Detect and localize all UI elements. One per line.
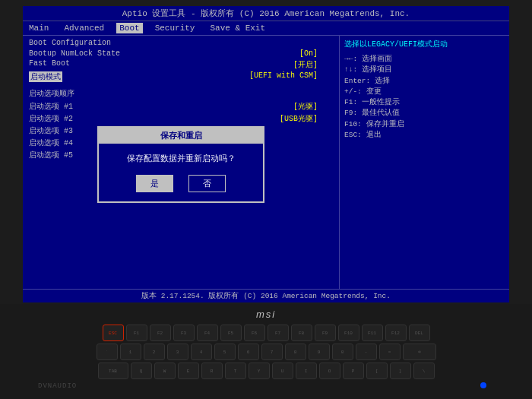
dvnaudio-label: DVNAUDIO	[38, 382, 77, 390]
key-f5[interactable]: F5	[220, 325, 242, 341]
bios-screen: Aptio 设置工具 - 版权所有 (C) 2016 American Mega…	[23, 6, 509, 302]
power-indicator	[480, 382, 486, 388]
dialog-overlay: 保存和重启 保存配置数据并重新启动吗？ 是 否	[23, 36, 339, 293]
key-w[interactable]: W	[154, 363, 176, 379]
key-del[interactable]: DEL	[409, 325, 430, 341]
help-text: →←: 选择画面 ↑↓: 选择项目 Enter: 选择 +/-: 变更 F1: …	[344, 54, 505, 141]
help-line-3: Enter: 选择	[344, 76, 505, 87]
key-backspace[interactable]: ⌫	[403, 344, 436, 360]
help-line-5: F1: 一般性提示	[344, 97, 505, 108]
help-line-4: +/-: 变更	[344, 87, 505, 97]
key-9[interactable]: 9	[309, 344, 330, 360]
menu-main[interactable]: Main	[26, 23, 52, 33]
key-f2[interactable]: F2	[150, 325, 171, 341]
key-5[interactable]: 5	[214, 344, 236, 360]
key-backslash[interactable]: \	[413, 363, 435, 379]
left-panel: Boot Configuration Bootup NumLock State …	[23, 36, 339, 293]
key-p[interactable]: P	[343, 363, 364, 379]
keyboard-row-3: TAB Q W E R T Y U I O P [ ] \	[98, 363, 435, 379]
dialog-body: 保存配置数据并重新启动吗？ 是 否	[99, 144, 263, 201]
dialog-buttons: 是 否	[111, 175, 251, 192]
key-minus[interactable]: -	[356, 344, 377, 360]
menu-security[interactable]: Security	[152, 23, 198, 33]
key-f11[interactable]: F11	[362, 325, 383, 341]
menu-save-exit[interactable]: Save & Exit	[207, 23, 268, 33]
menu-boot[interactable]: Boot	[116, 23, 142, 33]
key-0[interactable]: 0	[332, 344, 353, 360]
help-line-1: →←: 选择画面	[344, 54, 505, 65]
help-line-2: ↑↓: 选择项目	[344, 65, 505, 75]
key-f4[interactable]: F4	[197, 325, 218, 341]
key-8[interactable]: 8	[285, 344, 306, 360]
key-t[interactable]: T	[225, 363, 246, 379]
key-7[interactable]: 7	[261, 344, 283, 360]
key-4[interactable]: 4	[191, 344, 212, 360]
key-y[interactable]: Y	[249, 363, 270, 379]
key-q[interactable]: Q	[131, 363, 152, 379]
key-f6[interactable]: F6	[244, 325, 265, 341]
key-2[interactable]: 2	[144, 344, 165, 360]
dialog-no-button[interactable]: 否	[188, 175, 226, 192]
right-panel: 选择以LEGACY/UEFI模式启动 →←: 选择画面 ↑↓: 选择项目 Ent…	[339, 36, 509, 293]
right-panel-title: 选择以LEGACY/UEFI模式启动	[344, 39, 505, 49]
bios-title: Aptio 设置工具 - 版权所有 (C) 2016 American Mega…	[122, 9, 410, 18]
save-restart-dialog: 保存和重启 保存配置数据并重新启动吗？ 是 否	[97, 126, 264, 203]
key-f1[interactable]: F1	[126, 325, 147, 341]
keyboard-area: msi ESC F1 F2 F3 F4 F5 F6 F7 F8 F9 F10 F…	[0, 304, 532, 399]
help-line-6: F9: 最佳代认值	[344, 108, 505, 119]
key-backtick[interactable]: `	[97, 344, 118, 360]
key-e[interactable]: E	[178, 363, 199, 379]
laptop-frame: Aptio 设置工具 - 版权所有 (C) 2016 American Mega…	[0, 0, 532, 399]
dialog-message: 保存配置数据并重新启动吗？	[111, 153, 251, 164]
key-f7[interactable]: F7	[268, 325, 289, 341]
bios-footer-text: 版本 2.17.1254. 版权所有 (C) 2016 American Meg…	[141, 292, 391, 300]
keyboard-row-2: ` 1 2 3 4 5 6 7 8 9 0 - = ⌫	[97, 344, 436, 360]
key-3[interactable]: 3	[167, 344, 188, 360]
key-esc[interactable]: ESC	[103, 325, 124, 341]
key-rbracket[interactable]: ]	[390, 363, 411, 379]
key-o[interactable]: O	[319, 363, 340, 379]
key-f3[interactable]: F3	[173, 325, 195, 341]
key-lbracket[interactable]: [	[366, 363, 388, 379]
menu-advanced[interactable]: Advanced	[61, 23, 107, 33]
dialog-yes-button[interactable]: 是	[136, 175, 173, 192]
key-r[interactable]: R	[201, 363, 223, 379]
key-f8[interactable]: F8	[291, 325, 312, 341]
key-f9[interactable]: F9	[315, 325, 336, 341]
dialog-title: 保存和重启	[99, 128, 263, 144]
keyboard-row-1: ESC F1 F2 F3 F4 F5 F6 F7 F8 F9 F10 F11 F…	[103, 325, 430, 341]
help-line-7: F10: 保存并重启	[344, 119, 505, 130]
key-u[interactable]: U	[272, 363, 293, 379]
key-6[interactable]: 6	[238, 344, 259, 360]
laptop-brand-label: msi	[256, 309, 276, 320]
key-f10[interactable]: F10	[338, 325, 359, 341]
key-equal[interactable]: =	[379, 344, 401, 360]
key-i[interactable]: I	[296, 363, 317, 379]
bios-header: Aptio 设置工具 - 版权所有 (C) 2016 American Mega…	[23, 6, 509, 21]
key-1[interactable]: 1	[120, 344, 141, 360]
key-f12[interactable]: F12	[385, 325, 407, 341]
bios-content: Boot Configuration Bootup NumLock State …	[23, 36, 509, 293]
key-tab[interactable]: TAB	[98, 363, 128, 379]
help-line-8: ESC: 退出	[344, 130, 505, 141]
menu-bar: Main Advanced Boot Security Save & Exit	[23, 21, 509, 36]
